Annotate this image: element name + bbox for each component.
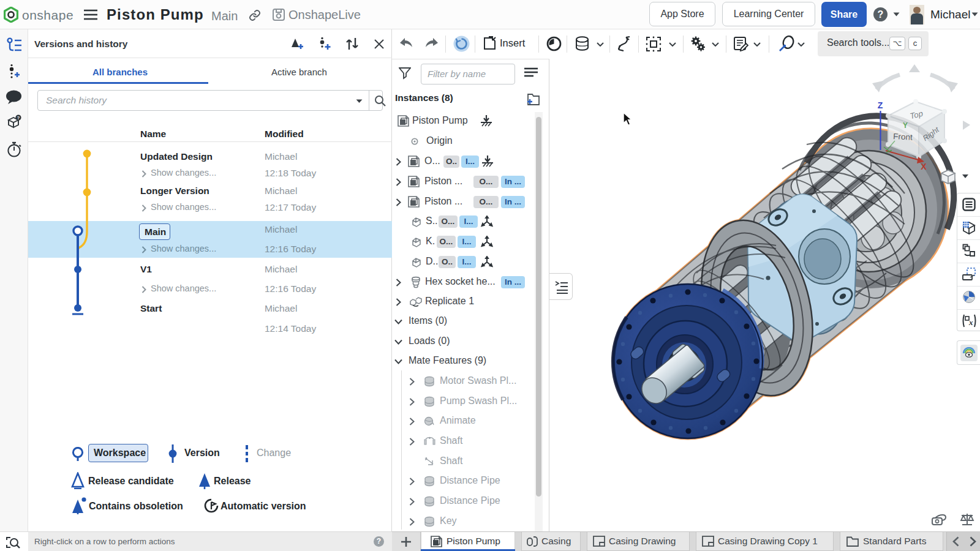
svg-text:X: X (921, 162, 927, 171)
svg-text:x: x (968, 318, 973, 327)
svg-text:Front: Front (893, 132, 913, 142)
svg-text:Z: Z (878, 100, 883, 110)
svg-text:?: ? (17, 115, 20, 121)
svg-text:Y: Y (903, 121, 908, 130)
